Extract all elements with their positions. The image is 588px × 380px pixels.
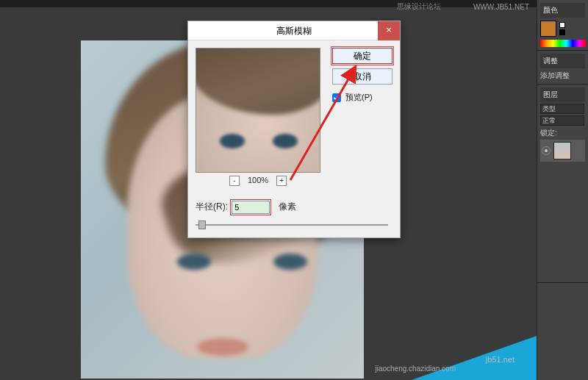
radius-label: 半径(R): [196,201,228,212]
color-spectrum[interactable] [540,40,586,47]
brand-watermark: 思缘设计论坛 [397,1,441,12]
decorative-triangle [412,336,537,380]
radius-input[interactable] [232,201,270,214]
color-panel: 颜色 [537,0,588,51]
panels-dock: 颜色 调整 添加调整 图层 类型 正常 锁定: [537,0,588,380]
radius-slider[interactable] [196,220,388,230]
dialog-title: 高斯模糊 [276,26,312,36]
preview-image [220,134,245,148]
radius-unit: 像素 [279,201,296,212]
options-bar [0,0,537,7]
zoom-percent: 100% [248,176,268,184]
dialog-title-bar[interactable]: 高斯模糊 × [188,21,400,40]
preview-checkbox-label: 预览(P) [345,93,373,101]
layer-filter-type[interactable]: 类型 [540,104,584,114]
gaussian-blur-dialog: 高斯模糊 × - 100% + 确定 取消 预览(P) 半径(R): [187,21,401,238]
radius-highlight [230,199,271,215]
add-adjustment-label: 添加调整 [540,71,570,81]
adjustments-panel: 调整 添加调整 [537,51,588,85]
cancel-button[interactable]: 取消 [332,68,392,85]
preview-area[interactable] [196,48,320,173]
lock-label: 锁定: [540,128,557,138]
preview-checkbox[interactable] [332,93,341,102]
ok-button[interactable]: 确定 [332,48,392,64]
slider-thumb[interactable] [198,221,206,229]
layer-row[interactable] [540,140,585,162]
visibility-eye-icon[interactable] [542,146,551,155]
site-watermark: WWW.JB51.NET [473,3,529,11]
zoom-in-button[interactable]: + [276,176,287,186]
image-content [197,338,248,356]
layers-panel-tab[interactable]: 图层 [540,87,585,102]
layer-thumbnail[interactable] [553,142,571,159]
zoom-out-button[interactable]: - [229,176,240,186]
swatch-white[interactable] [559,22,565,28]
tutorial-site-watermark: jiaocheng.chazidian.com [375,365,456,373]
swatch-black[interactable] [559,29,565,35]
site-watermark-bottom: jb51.net [486,355,514,364]
image-content [273,254,307,270]
layers-panel: 图层 类型 正常 锁定: [537,85,588,283]
blend-mode-select[interactable]: 正常 [540,115,584,126]
slider-track [196,224,388,226]
close-button[interactable]: × [378,21,400,40]
image-content [177,254,211,270]
color-panel-tab[interactable]: 颜色 [540,3,585,18]
preview-image [273,134,298,148]
foreground-color-swatch[interactable] [540,21,556,37]
adjustments-panel-tab[interactable]: 调整 [540,54,585,68]
